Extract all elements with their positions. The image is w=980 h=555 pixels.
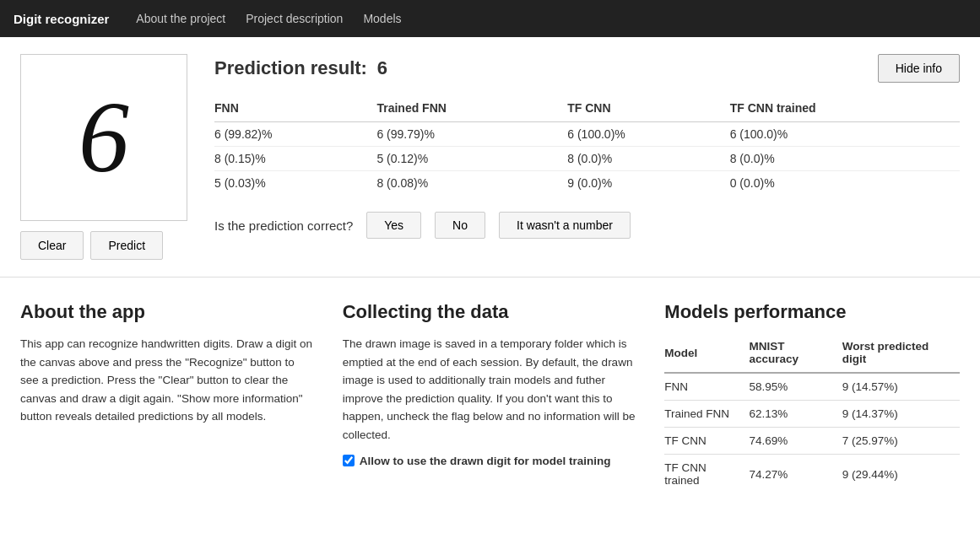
about-title: About the app bbox=[20, 301, 316, 323]
collecting-title: Collecting the data bbox=[343, 301, 638, 323]
models-table-cell: 74.69% bbox=[750, 428, 842, 455]
collecting-col: Collecting the data The drawn image is s… bbox=[343, 301, 665, 493]
models-col: Models performance Model MNIST accuracy … bbox=[664, 301, 960, 493]
models-table-row: Trained FNN62.13%9 (14.37%) bbox=[664, 401, 960, 428]
checkbox-row: Allow to use the drawn digit for model t… bbox=[343, 455, 638, 467]
drawing-canvas[interactable]: 6 bbox=[20, 54, 187, 221]
prediction-table-cell: 8 (0.0)% bbox=[730, 147, 960, 171]
lower-section: About the app This app can recognize han… bbox=[0, 278, 980, 517]
correct-label: Is the prediction correct? bbox=[214, 218, 353, 233]
nav-link-about[interactable]: About the project bbox=[136, 8, 225, 29]
collecting-body: The drawn image is saved in a temporary … bbox=[343, 335, 638, 445]
prediction-table-cell: 5 (0.12)% bbox=[376, 147, 567, 171]
prediction-value: 6 bbox=[377, 57, 387, 78]
predict-button[interactable]: Predict bbox=[90, 231, 163, 260]
models-table: Model MNIST accuracy Worst predicted dig… bbox=[664, 335, 960, 493]
prediction-table-row: 5 (0.03)%8 (0.08)%9 (0.0)%0 (0.0)% bbox=[214, 171, 960, 196]
prediction-table-cell: 6 (99.79)% bbox=[376, 122, 567, 147]
not-number-button[interactable]: It wasn't a number bbox=[499, 212, 631, 239]
models-table-cell: FNN bbox=[664, 373, 749, 401]
models-table-cell: 9 (14.37%) bbox=[842, 401, 960, 428]
models-table-cell: 74.27% bbox=[750, 455, 842, 494]
models-table-cell: TF CNN bbox=[664, 428, 749, 455]
prediction-table-cell: 8 (0.0)% bbox=[567, 147, 729, 171]
prediction-title-group: Prediction result: 6 bbox=[214, 57, 387, 79]
prediction-table-cell: 6 (100.0)% bbox=[730, 122, 960, 147]
top-section: 6 Clear Predict Prediction result: 6 Hid… bbox=[0, 37, 980, 278]
drawn-digit: 6 bbox=[79, 87, 129, 188]
models-table-row: FNN58.95%9 (14.57%) bbox=[664, 373, 960, 401]
prediction-table-cell: 8 (0.15)% bbox=[214, 147, 376, 171]
col-fnn: FNN bbox=[214, 96, 376, 122]
models-table-cell: 9 (14.57%) bbox=[842, 373, 960, 401]
models-col-model: Model bbox=[664, 335, 749, 373]
canvas-buttons: Clear Predict bbox=[20, 231, 163, 260]
hide-info-button[interactable]: Hide info bbox=[878, 54, 960, 83]
yes-button[interactable]: Yes bbox=[366, 212, 421, 239]
prediction-header: Prediction result: 6 Hide info bbox=[214, 54, 960, 83]
prediction-table: FNN Trained FNN TF CNN TF CNN trained 6 … bbox=[214, 96, 960, 195]
about-col: About the app This app can recognize han… bbox=[20, 301, 343, 493]
about-body: This app can recognize handwritten digit… bbox=[20, 335, 316, 426]
models-table-cell: 58.95% bbox=[750, 373, 842, 401]
nav-link-project[interactable]: Project description bbox=[246, 8, 343, 29]
models-table-cell: Trained FNN bbox=[664, 401, 749, 428]
prediction-table-cell: 6 (100.0)% bbox=[567, 122, 729, 147]
prediction-table-row: 6 (99.82)%6 (99.79)%6 (100.0)%6 (100.0)% bbox=[214, 122, 960, 147]
models-table-cell: 9 (29.44%) bbox=[842, 455, 960, 494]
canvas-area: 6 Clear Predict bbox=[20, 54, 187, 260]
prediction-table-row: 8 (0.15)%5 (0.12)%8 (0.0)%8 (0.0)% bbox=[214, 147, 960, 171]
models-col-worst: Worst predicted digit bbox=[842, 335, 960, 373]
col-tf-cnn-trained: TF CNN trained bbox=[730, 96, 960, 122]
no-button[interactable]: No bbox=[435, 212, 485, 239]
prediction-table-cell: 0 (0.0)% bbox=[730, 171, 960, 196]
models-table-row: TF CNN trained74.27%9 (29.44%) bbox=[664, 455, 960, 494]
allow-training-checkbox[interactable] bbox=[343, 455, 355, 466]
checkbox-label: Allow to use the drawn digit for model t… bbox=[360, 455, 611, 467]
models-table-cell: 62.13% bbox=[750, 401, 842, 428]
models-table-row: TF CNN74.69%7 (25.97%) bbox=[664, 428, 960, 455]
col-tf-cnn: TF CNN bbox=[567, 96, 729, 122]
models-table-cell: 7 (25.97%) bbox=[842, 428, 960, 455]
prediction-table-cell: 8 (0.08)% bbox=[376, 171, 567, 196]
col-trained-fnn: Trained FNN bbox=[376, 96, 567, 122]
prediction-table-header: FNN Trained FNN TF CNN TF CNN trained bbox=[214, 96, 960, 122]
prediction-panel: Prediction result: 6 Hide info FNN Train… bbox=[214, 54, 960, 239]
prediction-table-cell: 6 (99.82)% bbox=[214, 122, 376, 147]
clear-button[interactable]: Clear bbox=[20, 231, 84, 260]
prediction-title: Prediction result: bbox=[214, 57, 367, 78]
models-table-cell: TF CNN trained bbox=[664, 455, 749, 494]
prediction-table-cell: 9 (0.0)% bbox=[567, 171, 729, 196]
prediction-table-cell: 5 (0.03)% bbox=[214, 171, 376, 196]
models-table-header: Model MNIST accuracy Worst predicted dig… bbox=[664, 335, 960, 373]
models-col-accuracy: MNIST accuracy bbox=[750, 335, 842, 373]
correct-row: Is the prediction correct? Yes No It was… bbox=[214, 212, 960, 239]
app-brand: Digit recognizer bbox=[14, 12, 109, 26]
nav-link-models[interactable]: Models bbox=[363, 8, 401, 29]
models-title: Models performance bbox=[664, 301, 960, 323]
